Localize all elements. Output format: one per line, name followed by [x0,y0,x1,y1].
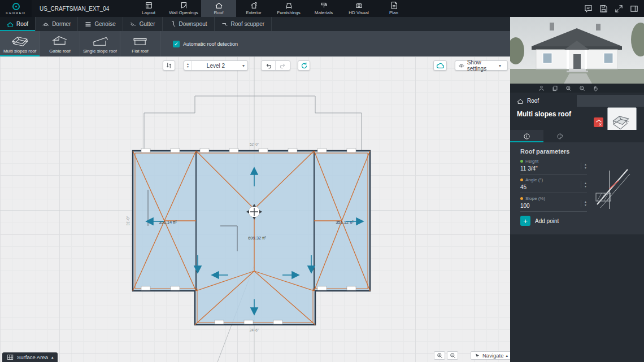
status-dot-icon [520,197,523,200]
angle-value-field[interactable]: 45 [520,184,587,190]
tab-info[interactable] [510,130,543,142]
parameter-row-height: Height 11 3/4" ▲▼ [520,159,587,175]
delete-roof-button[interactable] [594,117,603,127]
parameter-label: Angle (°) [525,177,543,182]
add-point-label: Add point [535,218,559,224]
top-bar: CEDREO US_CRAFTSMAN_EXT_04 Layout Wall O… [0,0,644,17]
chevron-down-icon: ▼ [584,166,587,169]
chevron-down-icon: ▾ [240,63,247,68]
add-point-icon: + [520,216,530,226]
refresh-roof-button[interactable] [298,60,310,71]
chevron-down-icon: ▼ [584,185,587,188]
chevron-down-icon: ▼ [186,66,189,68]
multi-slopes-roof-button[interactable]: Multi slopes roof [0,31,40,56]
level-value: Level 2 [192,63,240,69]
undo-button[interactable] [262,61,276,70]
tab-materials[interactable]: Materials [306,0,341,17]
surface-area-button[interactable]: Surface Area ▴ [2,352,58,362]
roof-scupper-icon [221,21,228,28]
tab-label: Furnishings [277,10,300,15]
level-transfer-button[interactable] [163,60,175,71]
add-point-button[interactable]: + Add point [520,216,559,226]
checkbox-label: Automatic roof detection [183,41,238,47]
chevron-down-icon: ▾ [496,63,504,68]
pan-hand-icon[interactable] [593,85,599,91]
panel-layout-icon[interactable] [630,5,638,13]
ribbon-tab-dormer[interactable]: Dormer [36,17,78,31]
single-slope-roof-icon [90,34,110,47]
project-name: US_CRAFTSMAN_EXT_04 [32,0,122,17]
roof-icon [517,98,524,104]
level-stepper[interactable]: ▲▼ [184,61,192,70]
ribbon-tab-roof[interactable]: Roof [0,17,36,31]
ribbon-tab-label: Genoise [94,21,115,27]
automatic-roof-detection-checkbox[interactable]: ✓ Automatic roof detection [173,31,238,56]
house-icon [250,2,258,9]
cedreo-app: CEDREO US_CRAFTSMAN_EXT_04 Layout Wall O… [0,0,644,362]
ribbon-tab-genoise[interactable]: Genoise [78,17,123,31]
gable-roof-button[interactable]: Gable roof [40,31,80,56]
dormer-icon [42,21,49,28]
tab-style[interactable] [543,130,577,142]
tab-label: Exterior [246,10,262,15]
slope-value-field[interactable]: 100 [520,203,587,209]
parameter-label-row: Height [520,159,587,164]
comment-icon[interactable] [584,5,593,13]
pages-icon[interactable] [552,85,558,91]
ribbon-tab-roof-scupper[interactable]: Roof scupper [215,17,272,31]
parameter-label: Height [525,159,538,164]
zoom-out-button[interactable] [447,351,458,360]
tab-plan[interactable]: Plan [376,0,411,17]
cursor-icon [475,353,480,359]
fullscreen-icon[interactable] [615,5,623,13]
zoom-in-icon[interactable] [565,85,572,91]
height-value-field[interactable]: 11 3/4" [520,165,587,172]
zoom-out-icon[interactable] [579,85,585,91]
layout-icon [145,2,153,9]
parameter-label-row: Slope (%) [520,196,587,201]
redo-button[interactable] [276,61,290,70]
angle-stepper[interactable]: ▲▼ [581,181,587,188]
ribbon-tab-downspout[interactable]: Downspout [163,17,215,31]
floor-plan-canvas[interactable]: 52'-0" 31'-0" 24'-6" 351.14 ft² 699.32 f… [0,56,510,362]
panel-tab-roof[interactable]: Roof [510,95,577,107]
tab-layout[interactable]: Layout [131,0,166,17]
panel-tab-label: Roof [527,98,539,104]
navigate-dropdown[interactable]: Navigate ▴ [471,351,512,360]
save-icon[interactable] [599,5,608,13]
show-settings-dropdown[interactable]: Show settings ▾ [455,60,508,71]
chevron-down-icon: ▼ [584,203,587,207]
tab-label: Wall Openings [169,10,198,15]
single-slope-roof-button[interactable]: Single slope roof [80,31,120,56]
status-dot-icon [520,178,523,181]
parameter-tab-bar [510,130,644,142]
selection-title: Multi slopes roof [517,110,571,118]
parameters-title: Roof parameters [510,142,644,156]
ribbon-tab-label: Gutter [140,21,155,27]
dimension-top: 52'-0" [250,142,259,146]
tab-roof[interactable]: Roof [201,0,236,17]
ribbon-tab-gutter[interactable]: Gutter [123,17,163,31]
delete-roof-icon [595,119,602,126]
navigate-label: Navigate [482,352,504,359]
tab-furnishings[interactable]: Furnishings [271,0,306,17]
walkthrough-person-icon[interactable] [538,85,545,91]
height-stepper[interactable]: ▲▼ [581,163,587,169]
tab-exterior[interactable]: Exterior [236,0,271,17]
3d-preview-viewport[interactable] [510,17,644,84]
tab-hd-visual[interactable]: HD Visual [341,0,376,17]
flat-roof-icon [130,34,150,47]
slope-stepper[interactable]: ▲▼ [581,200,587,207]
cedreo-logo-text: CEDREO [6,11,25,15]
zoom-in-button[interactable] [434,351,445,360]
cloud-sync-button[interactable] [433,60,447,71]
level-selector[interactable]: ▲▼ Level 2 ▾ [184,60,248,71]
roof-icon [215,2,223,9]
tab-wall-openings[interactable]: Wall Openings [166,0,201,17]
roof-plan-drawing: 52'-0" 31'-0" 24'-6" 351.14 ft² 699.32 f… [0,56,510,362]
tab-label: HD Visual [349,10,368,15]
grid-icon [7,354,14,360]
flat-roof-button[interactable]: Flat roof [120,31,160,56]
chevron-up-icon: ▴ [506,354,508,358]
area-label-center: 699.32 ft² [248,235,266,241]
